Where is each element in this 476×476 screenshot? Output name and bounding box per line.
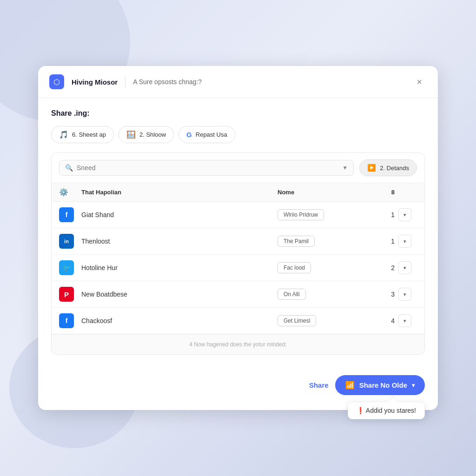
share-main-label: Share No Olde bbox=[359, 381, 407, 389]
close-button[interactable]: × bbox=[412, 74, 427, 89]
row-icon-tw: 🐦 bbox=[59, 260, 74, 275]
filter-button[interactable]: ▶️ 2. Detands bbox=[359, 159, 417, 176]
row-name-2: Thenloost bbox=[81, 238, 278, 245]
share-main-button[interactable]: 📶 Share No Olde ▾ bbox=[335, 375, 425, 395]
row-tag-3: Fac lood bbox=[278, 262, 311, 273]
row-chevron-5[interactable]: ▾ bbox=[398, 314, 411, 327]
table-row: f Giat Shand Wlriio Pridruw 1 ▾ bbox=[52, 202, 424, 228]
row-count-4: 3 bbox=[370, 291, 398, 298]
row-count-2: 1 bbox=[370, 238, 398, 245]
row-chevron-2[interactable]: ▾ bbox=[398, 235, 411, 248]
tabs-row: 🎵 6. Sheest ap 🪟 2. Shloow G Repast Usa bbox=[51, 126, 425, 143]
header-icon-col: ⚙️ bbox=[59, 188, 81, 197]
row-name-4: New Boatdbese bbox=[81, 291, 278, 298]
search-input[interactable] bbox=[77, 164, 338, 172]
tab-icon-2: 🪟 bbox=[126, 130, 136, 139]
tooltip-text: Addid you stares! bbox=[366, 407, 416, 414]
modal-header: ⬡ Hiving Miosor A Sure opsosts chnag:? × bbox=[38, 66, 438, 98]
modal-body: Share .ing: 🎵 6. Sheest ap 🪟 2. Shloow G… bbox=[38, 98, 438, 366]
share-chevron-icon: ▾ bbox=[412, 382, 415, 389]
row-chevron-4[interactable]: ▾ bbox=[398, 288, 411, 301]
row-count-1: 1 bbox=[370, 211, 398, 218]
header-count-col: 8 bbox=[370, 189, 398, 196]
search-box: 🔍 ▼ bbox=[59, 160, 354, 176]
row-count-5: 4 bbox=[370, 317, 398, 324]
header-name-col: That Hapolian bbox=[81, 189, 278, 196]
row-name-3: Hotoline Hur bbox=[81, 264, 278, 271]
table-container: 🔍 ▼ ▶️ 2. Detands ⚙️ That Hapolian Nome … bbox=[51, 152, 425, 355]
search-dropdown-arrow[interactable]: ▼ bbox=[342, 165, 348, 171]
tab-button-1[interactable]: 🎵 6. Sheest ap bbox=[51, 126, 114, 143]
header-tag-col: Nome bbox=[278, 189, 370, 196]
tab-label-1: 6. Sheest ap bbox=[72, 131, 106, 138]
row-tag-1: Wlriio Pridruw bbox=[278, 209, 324, 220]
row-icon-li: in bbox=[59, 234, 74, 249]
search-row: 🔍 ▼ ▶️ 2. Detands bbox=[52, 153, 424, 183]
tab-icon-g: G bbox=[186, 131, 192, 139]
tab-button-3[interactable]: G Repast Usa bbox=[178, 126, 235, 143]
row-name-1: Giat Shand bbox=[81, 211, 278, 218]
tooltip: ❗ Addid you stares! bbox=[348, 402, 425, 419]
header-divider bbox=[125, 76, 126, 87]
table-row: 🐦 Hotoline Hur Fac lood 2 ▾ bbox=[52, 255, 424, 281]
filter-icon: ▶️ bbox=[367, 164, 376, 172]
modal-footer: Share 📶 Share No Olde ▾ bbox=[38, 366, 438, 404]
modal-dialog: ⬡ Hiving Miosor A Sure opsosts chnag:? ×… bbox=[38, 66, 438, 410]
row-icon-fb-1: f bbox=[59, 207, 74, 222]
search-icon: 🔍 bbox=[65, 164, 73, 172]
row-chevron-1[interactable]: ▾ bbox=[398, 208, 411, 221]
table-row: P New Boatdbese On Alli 3 ▾ bbox=[52, 281, 424, 308]
row-tag-2: The Pamil bbox=[278, 236, 315, 247]
tab-label-3: Repast Usa bbox=[196, 131, 227, 138]
brand-name: Hiving Miosor bbox=[72, 78, 118, 86]
table-row: in Thenloost The Pamil 1 ▾ bbox=[52, 228, 424, 255]
tooltip-icon: ❗ bbox=[357, 407, 364, 414]
header-subtitle: A Sure opsosts chnag:? bbox=[133, 78, 202, 86]
row-count-3: 2 bbox=[370, 264, 398, 271]
row-icon-pi: P bbox=[59, 287, 74, 302]
table-row: f Chackoosf Get Limesl 4 ▾ bbox=[52, 308, 424, 334]
share-label: Share .ing: bbox=[51, 109, 425, 118]
row-tag-4: On Alli bbox=[278, 289, 306, 300]
row-tag-5: Get Limesl bbox=[278, 315, 316, 326]
table-header: ⚙️ That Hapolian Nome 8 bbox=[52, 183, 424, 202]
row-icon-fb-2: f bbox=[59, 313, 74, 328]
tab-icon-1: 🎵 bbox=[59, 130, 68, 139]
row-chevron-3[interactable]: ▾ bbox=[398, 261, 411, 274]
tab-button-2[interactable]: 🪟 2. Shloow bbox=[119, 126, 174, 143]
share-link-button[interactable]: Share bbox=[309, 381, 329, 389]
tab-label-2: 2. Shloow bbox=[139, 131, 166, 138]
share-wifi-icon: 📶 bbox=[345, 381, 355, 390]
row-name-5: Chackoosf bbox=[81, 317, 278, 324]
table-footer: 4 Now hage‍ned does the yotur minded: bbox=[52, 334, 424, 354]
brand-icon: ⬡ bbox=[49, 74, 64, 89]
